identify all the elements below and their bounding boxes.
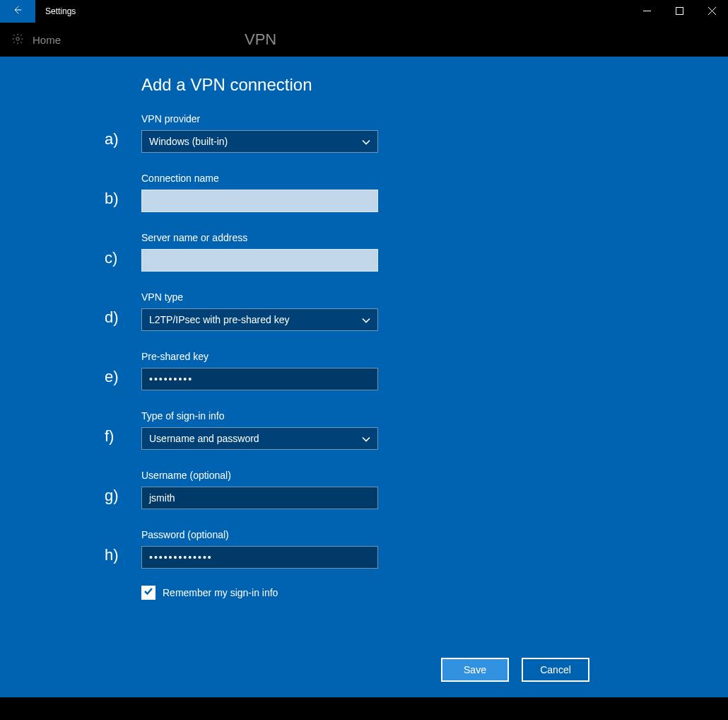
- marker-d: d): [105, 308, 119, 327]
- signin-type-dropdown[interactable]: Username and password: [141, 427, 378, 450]
- label-username: Username (optional): [141, 470, 382, 481]
- close-button[interactable]: [695, 0, 728, 23]
- vpn-type-value: L2TP/IPsec with pre-shared key: [149, 314, 362, 325]
- maximize-icon: [676, 5, 683, 18]
- marker-e: e): [105, 368, 119, 386]
- marker-a: a): [105, 130, 119, 149]
- titlebar: Settings: [0, 0, 728, 23]
- check-icon: [143, 586, 153, 599]
- back-button[interactable]: [0, 0, 35, 23]
- label-vpn-type: VPN type: [141, 291, 382, 303]
- remember-checkbox[interactable]: [141, 586, 155, 600]
- svg-point-1: [16, 37, 20, 40]
- vpn-type-dropdown[interactable]: L2TP/IPsec with pre-shared key: [141, 308, 378, 331]
- marker-b: b): [105, 190, 119, 208]
- field-password: h) Password (optional) •••••••••••••: [141, 529, 382, 569]
- chevron-down-icon: [362, 315, 370, 324]
- arrow-left-icon: [12, 4, 23, 18]
- field-connection-name: b) Connection name: [141, 173, 382, 212]
- marker-f: f): [105, 427, 114, 446]
- cancel-button[interactable]: Cancel: [522, 658, 589, 682]
- field-server: c) Server name or address: [141, 232, 382, 272]
- cancel-label: Cancel: [540, 664, 571, 675]
- chevron-down-icon: [362, 137, 370, 146]
- server-input[interactable]: [141, 249, 378, 272]
- minimize-button[interactable]: [630, 0, 663, 23]
- gear-icon: [11, 33, 24, 47]
- label-connection-name: Connection name: [141, 173, 382, 184]
- close-icon: [708, 5, 716, 18]
- connection-name-input[interactable]: [141, 190, 378, 212]
- window-title: Settings: [35, 0, 76, 23]
- remember-label: Remember my sign-in info: [163, 587, 278, 598]
- home-nav-item[interactable]: Home: [0, 33, 61, 47]
- username-input[interactable]: jsmith: [141, 487, 378, 509]
- bottom-strip: [0, 697, 728, 720]
- field-vpn-provider: a) VPN provider Windows (built-in): [141, 113, 382, 153]
- field-psk: e) Pre-shared key •••••••••: [141, 351, 382, 390]
- psk-input[interactable]: •••••••••: [141, 368, 378, 390]
- button-row: Save Cancel: [441, 658, 589, 682]
- save-button[interactable]: Save: [441, 658, 509, 682]
- label-signin-type: Type of sign-in info: [141, 410, 382, 422]
- label-password: Password (optional): [141, 529, 382, 540]
- maximize-button[interactable]: [663, 0, 695, 23]
- subheader: Home VPN: [0, 23, 728, 57]
- vpn-provider-value: Windows (built-in): [149, 136, 362, 147]
- field-vpn-type: d) VPN type L2TP/IPsec with pre-shared k…: [141, 291, 382, 331]
- vpn-provider-dropdown[interactable]: Windows (built-in): [141, 130, 378, 153]
- page-title: Add a VPN connection: [141, 75, 382, 95]
- label-vpn-provider: VPN provider: [141, 113, 382, 124]
- username-value: jsmith: [149, 492, 175, 504]
- remember-checkbox-row[interactable]: Remember my sign-in info: [141, 586, 382, 600]
- chevron-down-icon: [362, 434, 370, 443]
- field-signin-type: f) Type of sign-in info Username and pas…: [141, 410, 382, 450]
- password-value: •••••••••••••: [149, 552, 213, 563]
- save-label: Save: [464, 664, 486, 675]
- section-title: VPN: [245, 30, 276, 49]
- password-input[interactable]: •••••••••••••: [141, 546, 378, 569]
- form-area: Add a VPN connection a) VPN provider Win…: [141, 75, 382, 600]
- marker-g: g): [105, 487, 119, 505]
- marker-c: c): [105, 249, 117, 267]
- marker-h: h): [105, 546, 119, 564]
- window-controls: [630, 0, 728, 23]
- label-server: Server name or address: [141, 232, 382, 243]
- minimize-icon: [643, 5, 651, 18]
- label-psk: Pre-shared key: [141, 351, 382, 362]
- signin-type-value: Username and password: [149, 433, 362, 444]
- psk-value: •••••••••: [149, 373, 193, 385]
- main-panel: Add a VPN connection a) VPN provider Win…: [0, 57, 728, 697]
- field-username: g) Username (optional) jsmith: [141, 470, 382, 509]
- home-label: Home: [33, 34, 61, 46]
- svg-rect-0: [676, 8, 683, 15]
